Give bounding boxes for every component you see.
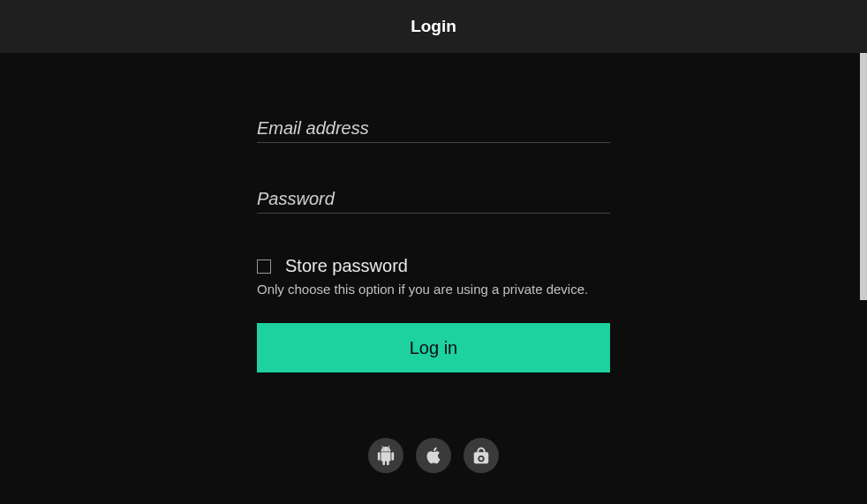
camera-icon[interactable] — [464, 438, 499, 473]
main-content: Store password Only choose this option i… — [0, 53, 867, 372]
password-field-wrapper — [257, 185, 610, 214]
header: Login — [0, 0, 867, 53]
password-input[interactable] — [257, 185, 610, 214]
login-form: Store password Only choose this option i… — [257, 115, 610, 372]
email-field-wrapper — [257, 115, 610, 143]
email-input[interactable] — [257, 115, 610, 143]
scrollbar[interactable] — [860, 53, 867, 300]
footer-icons — [0, 438, 867, 473]
store-password-hint: Only choose this option if you are using… — [257, 282, 610, 297]
store-password-label: Store password — [285, 256, 408, 276]
login-button[interactable]: Log in — [257, 323, 610, 372]
page-title: Login — [411, 17, 456, 36]
store-password-checkbox[interactable] — [257, 260, 271, 274]
android-icon[interactable] — [368, 438, 403, 473]
store-password-row: Store password — [257, 256, 610, 276]
apple-icon[interactable] — [416, 438, 451, 473]
